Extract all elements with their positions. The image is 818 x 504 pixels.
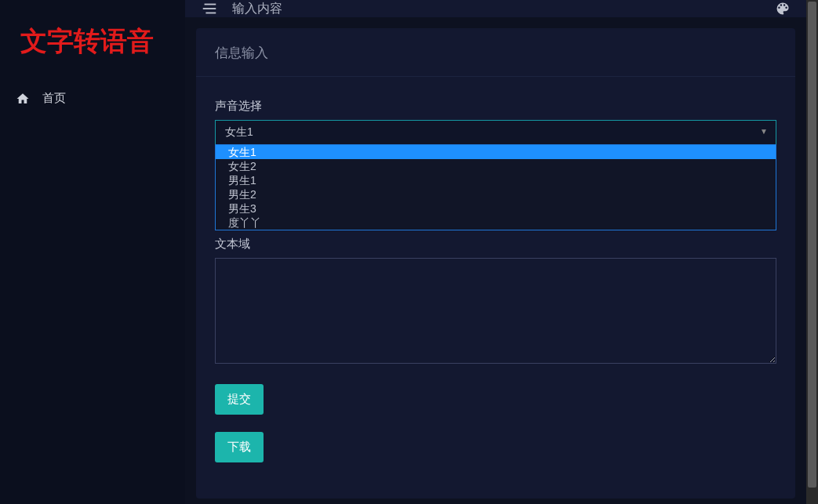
- voice-option[interactable]: 男生2: [216, 187, 776, 201]
- content: 信息输入 声音选择 女生1 ▼ 女生1 女生2 男生1 男生2: [185, 17, 806, 504]
- card-body: 声音选择 女生1 ▼ 女生1 女生2 男生1 男生2 男生3 度丫丫: [196, 77, 795, 499]
- card-title: 信息输入: [196, 28, 795, 77]
- main-area: 输入内容 信息输入 声音选择 女生1 ▼ 女生1: [185, 0, 806, 504]
- voice-option[interactable]: 女生1: [216, 145, 776, 159]
- breadcrumb: 输入内容: [232, 1, 282, 17]
- submit-button[interactable]: 提交: [215, 384, 264, 415]
- voice-select-value: 女生1: [225, 125, 253, 138]
- card: 信息输入 声音选择 女生1 ▼ 女生1 女生2 男生1 男生2: [196, 28, 795, 499]
- menu-toggle-icon[interactable]: [201, 0, 218, 17]
- text-input[interactable]: [215, 258, 776, 364]
- download-button[interactable]: 下载: [215, 432, 264, 462]
- voice-select-wrapper: 女生1 ▼ 女生1 女生2 男生1 男生2 男生3 度丫丫: [215, 120, 776, 230]
- scrollbar-thumb[interactable]: [808, 2, 816, 488]
- app-logo: 文字转语音: [0, 16, 185, 83]
- voice-option[interactable]: 度丫丫: [216, 216, 776, 230]
- voice-option[interactable]: 女生2: [216, 159, 776, 173]
- voice-select[interactable]: 女生1 ▼: [215, 120, 776, 144]
- scrollbar[interactable]: [806, 0, 818, 504]
- voice-option[interactable]: 男生1: [216, 173, 776, 187]
- palette-icon[interactable]: [775, 1, 791, 16]
- voice-option[interactable]: 男生3: [216, 201, 776, 216]
- sidebar-item-home[interactable]: 首页: [0, 83, 185, 114]
- voice-select-label: 声音选择: [215, 99, 776, 114]
- textarea-label: 文本域: [215, 237, 776, 252]
- sidebar: 文字转语音 首页: [0, 0, 185, 504]
- voice-dropdown-list: 女生1 女生2 男生1 男生2 男生3 度丫丫: [215, 144, 776, 230]
- header: 输入内容: [185, 0, 806, 17]
- chevron-down-icon: ▼: [760, 127, 768, 136]
- header-left: 输入内容: [201, 0, 282, 17]
- sidebar-item-label: 首页: [42, 91, 66, 106]
- home-icon: [16, 92, 30, 106]
